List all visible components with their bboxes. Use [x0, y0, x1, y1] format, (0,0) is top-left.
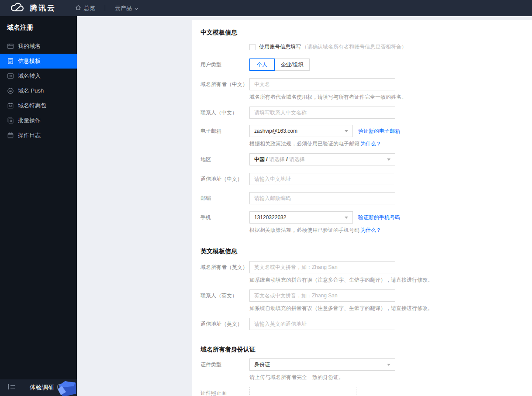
zip-row: 邮编: [200, 192, 519, 204]
email-row: 电子邮箱 zashvip@163.com 验证新的电子邮箱 根据相关政策法规，必…: [200, 125, 519, 147]
region-row: 地区 中国 / 请选择 / 请选择: [200, 153, 519, 165]
address-cn-row: 通信地址（中文）: [200, 173, 519, 185]
owner-cn-input[interactable]: [249, 78, 395, 90]
address-cn-input[interactable]: [249, 173, 395, 185]
section-title-owner-auth: 域名所有者身份认证: [200, 346, 519, 354]
user-type-org-button[interactable]: 企业/组织: [274, 59, 310, 71]
why-phone-link[interactable]: 为什么？: [360, 227, 381, 233]
use-account-note: （请确认域名所有者和账号信息是否相符合）: [302, 43, 407, 51]
field-label: 联系人（中文）: [200, 107, 249, 119]
field-help: 如系统自动填充的拼音有误（注意多音字、生僻字的翻译），请直接进行修改。: [249, 305, 519, 312]
template-icon: [7, 58, 14, 65]
field-label: 通信地址（英文）: [200, 318, 249, 330]
use-account-checkbox[interactable]: [249, 44, 256, 50]
nav-overview-label: 总览: [84, 4, 95, 12]
email-select[interactable]: zashvip@163.com: [249, 125, 353, 137]
verify-email-link[interactable]: 验证新的电子邮箱: [358, 125, 400, 137]
sidebar-item-domain-transfer-in[interactable]: 域名转入: [0, 69, 77, 83]
field-label: 用户类型: [200, 59, 249, 71]
contact-cn-input[interactable]: [249, 107, 395, 119]
cert-type-value: 身份证: [254, 361, 383, 368]
field-label: 证件类型: [200, 358, 249, 381]
sidebar-item-label: 信息模板: [18, 57, 41, 65]
collapse-sidebar-icon[interactable]: [8, 384, 16, 392]
sidebar-item-label: 我的域名: [18, 42, 41, 50]
sidebar-item-my-domains[interactable]: 我的域名: [0, 39, 77, 54]
zip-input[interactable]: [249, 192, 395, 204]
owner-cn-row: 域名所有者（中文） 域名所有者代表域名使用权，请填写与所有者证件完全一致的姓名。: [200, 78, 519, 100]
contact-en-row: 联系人（英文） 如系统自动填充的拼音有误（注意多音字、生僻字的翻译），请直接进行…: [200, 289, 519, 312]
user-type-personal-button[interactable]: 个人: [249, 59, 275, 71]
log-icon: [7, 132, 14, 139]
phone-value: 13120322032: [254, 214, 341, 220]
field-label: 手机: [200, 211, 249, 234]
brand[interactable]: 腾讯云: [10, 2, 56, 14]
nav-products-label: 云产品: [115, 4, 132, 12]
browser-icon: [7, 43, 14, 50]
sidebar-item-label: 操作日志: [18, 131, 41, 139]
section-title-en-template: 英文模板信息: [200, 248, 519, 255]
main-content: 中文模板信息 使用账号信息填写 （请确认域名所有者和账号信息是否相符合） 用户类…: [77, 16, 532, 396]
field-help: 如系统自动填充的拼音有误（注意多音字、生僻字的翻译），请直接进行修改。: [249, 276, 519, 283]
sidebar-item-label: 域名特惠包: [18, 102, 46, 110]
push-icon: [7, 87, 14, 94]
nav-overview[interactable]: 总览: [75, 4, 95, 12]
field-label: 电子邮箱: [200, 125, 249, 147]
why-email-link[interactable]: 为什么？: [360, 141, 381, 147]
address-en-row: 通信地址（英文）: [200, 318, 519, 330]
region-value: 中国 / 请选择 / 请选择: [254, 156, 383, 163]
email-value: zashvip@163.com: [254, 128, 341, 134]
phone-select[interactable]: 13120322032: [249, 211, 353, 224]
select-arrow-icon: [345, 130, 348, 132]
region-select[interactable]: 中国 / 请选择 / 请选择: [249, 153, 395, 165]
contact-cn-row: 联系人（中文）: [200, 107, 519, 119]
home-icon: [75, 4, 81, 12]
nav-divider: [105, 5, 105, 11]
field-help: 域名所有者代表域名使用权，请填写与所有者证件完全一致的姓名。: [249, 93, 519, 100]
sidebar: 域名注册 我的域名 信息模板: [0, 16, 77, 396]
address-en-input[interactable]: [249, 318, 395, 330]
select-arrow-icon: [345, 217, 348, 219]
sidebar-title: 域名注册: [0, 16, 77, 39]
field-label: 通信地址（中文）: [200, 173, 249, 185]
cert-type-row: 证件类型 身份证 请上传与域名所有者完全一致的身份证。: [200, 358, 519, 381]
batch-icon: [7, 117, 14, 124]
cert-photo-row: 证件照正面: [200, 387, 519, 396]
sidebar-item-label: 域名转入: [18, 72, 41, 80]
field-label: 联系人（英文）: [200, 289, 249, 312]
field-help: 请上传与域名所有者完全一致的身份证。: [249, 374, 519, 381]
sidebar-item-domain-push[interactable]: 域名 Push: [0, 83, 77, 98]
top-navbar: 腾讯云 总览 云产品: [0, 0, 532, 16]
verify-phone-link[interactable]: 验证新的手机号码: [358, 211, 400, 224]
field-label: 域名所有者（英文）: [200, 261, 249, 283]
cert-type-select[interactable]: 身份证: [249, 358, 395, 371]
form-panel: 中文模板信息 使用账号信息填写 （请确认域名所有者和账号信息是否相符合） 用户类…: [192, 20, 532, 396]
sidebar-footer: 体验调研: [0, 379, 77, 396]
survey-folder-illustration: [54, 379, 77, 396]
owner-en-input[interactable]: [249, 261, 395, 273]
user-type-row: 用户类型 个人企业/组织: [200, 59, 519, 71]
sidebar-item-domain-packages[interactable]: 域名特惠包: [0, 98, 77, 113]
use-account-row: 使用账号信息填写 （请确认域名所有者和账号信息是否相符合）: [200, 43, 519, 51]
field-label: 证件照正面: [200, 387, 249, 396]
field-help: 根据相关政策法规，必须使用已验证的电子邮箱为什么？: [249, 140, 519, 147]
use-account-label: 使用账号信息填写: [259, 43, 301, 51]
sidebar-item-label: 批量操作: [18, 117, 41, 124]
nav-cloud-products[interactable]: 云产品: [115, 4, 138, 12]
sidebar-menu: 我的域名 信息模板 域名转入: [0, 39, 77, 143]
owner-en-row: 域名所有者（英文） 如系统自动填充的拼音有误（注意多音字、生僻字的翻译），请直接…: [200, 261, 519, 283]
field-label: 邮编: [200, 192, 249, 204]
sidebar-item-batch-operations[interactable]: 批量操作: [0, 113, 77, 128]
sidebar-item-info-template[interactable]: 信息模板: [0, 54, 77, 69]
contact-en-input[interactable]: [249, 289, 395, 302]
section-title-cn-template: 中文模板信息: [200, 29, 519, 37]
survey-label: 体验调研: [30, 384, 54, 392]
chevron-down-icon: [135, 5, 138, 11]
field-label: 地区: [200, 153, 249, 165]
field-label: 域名所有者（中文）: [200, 78, 249, 100]
cert-photo-upload[interactable]: [249, 387, 356, 396]
brand-title: 腾讯云: [30, 3, 56, 13]
select-arrow-icon: [387, 158, 390, 161]
sidebar-item-operation-logs[interactable]: 操作日志: [0, 128, 77, 143]
select-arrow-icon: [387, 364, 390, 366]
